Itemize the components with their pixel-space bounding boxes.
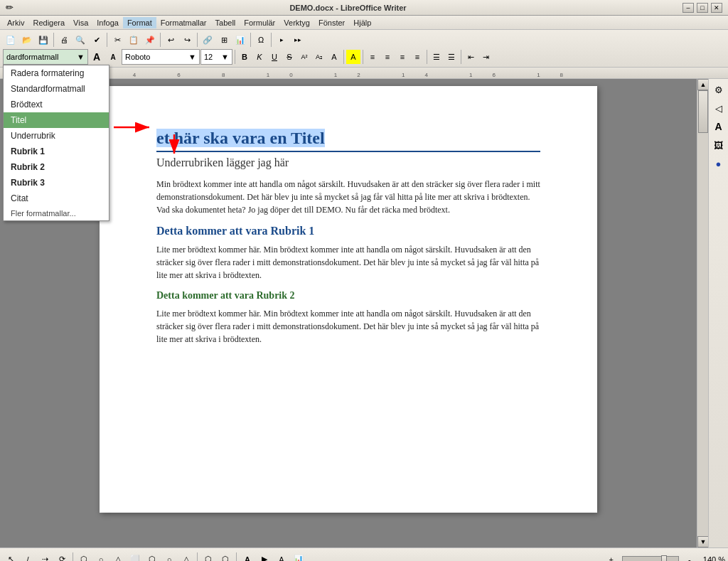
size-dropdown[interactable]: 12 ▼ xyxy=(200,49,232,65)
superscript-button[interactable]: A² xyxy=(297,50,311,64)
more2[interactable]: ▸▸ xyxy=(290,32,306,48)
align-left-button[interactable]: ≡ xyxy=(365,50,380,64)
zoom-slider[interactable] xyxy=(622,556,679,562)
shape-tool2[interactable]: ⬡ xyxy=(200,552,216,562)
style-dropdown[interactable]: dardformatmall ▼ xyxy=(3,49,88,65)
style-rubrik3[interactable]: Rubrik 3 xyxy=(4,175,109,191)
new-button[interactable]: 📄 xyxy=(3,32,18,48)
zoom-out-button[interactable]: - xyxy=(682,552,697,562)
arrow-tool[interactable]: ⇢ xyxy=(37,552,53,562)
open-button[interactable]: 📂 xyxy=(19,32,35,48)
pentagon-tool[interactable]: ⬡ xyxy=(76,552,92,562)
cut-button[interactable]: ✂ xyxy=(109,32,125,48)
style-citat[interactable]: Citat xyxy=(4,191,109,206)
menu-tabell[interactable]: Tabell xyxy=(211,17,240,28)
btb-sep1 xyxy=(73,552,73,562)
bullets-button[interactable]: ☰ xyxy=(429,50,444,64)
redo-button[interactable]: ↪ xyxy=(179,32,195,48)
tri-tool2[interactable]: △ xyxy=(178,552,194,562)
style-rubrik2[interactable]: Rubrik 2 xyxy=(4,159,109,175)
menu-fonster[interactable]: Fönster xyxy=(314,17,349,28)
undo-button[interactable]: ↩ xyxy=(163,32,178,48)
menu-infoga[interactable]: Infoga xyxy=(92,17,123,28)
align-justify-button[interactable]: ≡ xyxy=(410,50,424,64)
highlight-button[interactable]: A xyxy=(346,50,360,64)
sidebar-icon-text[interactable]: A xyxy=(711,119,727,134)
zoom-in-button[interactable]: + xyxy=(604,552,619,562)
document-page: et här ska vara en Titel Underrubriken l… xyxy=(100,86,597,513)
spellcheck-button[interactable]: ✔ xyxy=(89,32,105,48)
rotate-tool[interactable]: ⟳ xyxy=(54,552,70,562)
style-rubrik1[interactable]: Rubrik 1 xyxy=(4,144,109,159)
underline-button[interactable]: U xyxy=(267,50,282,64)
circle-tool[interactable]: ○ xyxy=(93,552,109,562)
indent-less-button[interactable]: ⇤ xyxy=(464,50,478,64)
sidebar-icon-circle[interactable]: ● xyxy=(711,156,727,171)
italic-button[interactable]: K xyxy=(252,50,267,64)
maximize-button[interactable]: □ xyxy=(697,3,708,13)
font-size-down[interactable]: A xyxy=(105,49,121,65)
font-dropdown[interactable]: Roboto ▼ xyxy=(122,49,200,65)
close-button[interactable]: ✕ xyxy=(711,3,722,13)
oval-tool[interactable]: ○ xyxy=(161,552,177,562)
shape-tool3[interactable]: ⬡ xyxy=(218,552,233,562)
align-right-button[interactable]: ≡ xyxy=(395,50,410,64)
font-size-up[interactable]: A xyxy=(89,49,105,65)
table-button[interactable]: ⊞ xyxy=(216,32,232,48)
preview-button[interactable]: 🔍 xyxy=(73,32,88,48)
select-tool[interactable]: ↖ xyxy=(3,552,18,562)
sidebar-icon-image[interactable]: 🖼 xyxy=(711,137,727,153)
align-center-button[interactable]: ≡ xyxy=(380,50,395,64)
sidebar-icon-gear[interactable]: ⚙ xyxy=(711,82,727,97)
menu-verktyg[interactable]: Verktyg xyxy=(279,17,314,28)
hex-tool[interactable]: ⬡ xyxy=(144,552,160,562)
menu-redigera[interactable]: Redigera xyxy=(28,17,69,28)
textbox-button[interactable]: A xyxy=(274,552,289,562)
chart-draw-button[interactable]: 📊 xyxy=(291,552,306,562)
bold-button[interactable]: B xyxy=(237,50,252,64)
scroll-thumb[interactable] xyxy=(698,90,708,133)
line-tool[interactable]: / xyxy=(20,552,36,562)
insert-special[interactable]: Ω xyxy=(253,32,269,48)
scroll-track[interactable] xyxy=(697,90,708,536)
play-button[interactable]: ▶ xyxy=(257,552,272,562)
style-brodtext[interactable]: Brödtext xyxy=(4,97,109,112)
sidebar-icon-pin[interactable]: ◁ xyxy=(711,100,727,116)
doc-body1: Min brödtext kommer inte att handla om n… xyxy=(156,178,540,216)
indent-more-button[interactable]: ⇥ xyxy=(478,50,493,64)
copy-button[interactable]: 📋 xyxy=(126,32,141,48)
scroll-down-button[interactable]: ▼ xyxy=(697,536,709,547)
doc-h2: Detta kommer att vara Rubrik 2 xyxy=(156,290,540,301)
style-dropdown-label: dardformatmall xyxy=(6,53,58,61)
menu-format[interactable]: Format xyxy=(123,17,156,28)
chart-button[interactable]: 📊 xyxy=(232,32,248,48)
save-button[interactable]: 💾 xyxy=(36,32,51,48)
numbering-button[interactable]: ☰ xyxy=(444,50,459,64)
text-draw-button[interactable]: A xyxy=(240,552,255,562)
minimize-button[interactable]: – xyxy=(682,3,694,13)
style-titel[interactable]: Titel xyxy=(4,112,109,128)
menu-arkiv[interactable]: Arkiv xyxy=(3,17,28,28)
menu-formular[interactable]: Formulär xyxy=(240,17,279,28)
menu-hjalp[interactable]: Hjälp xyxy=(349,17,375,28)
toolbar-row2: dardformatmall ▼ Radera formatering Stan… xyxy=(3,48,725,65)
more1[interactable]: ▸ xyxy=(274,32,289,48)
menu-visa[interactable]: Visa xyxy=(69,17,92,28)
font-name-label: Roboto xyxy=(125,53,150,61)
style-underrubrik[interactable]: Underrubrik xyxy=(4,128,109,144)
style-radera[interactable]: Radera formatering xyxy=(4,65,109,81)
fontcolor-button[interactable]: A xyxy=(327,50,341,64)
scroll-up-button[interactable]: ▲ xyxy=(697,79,709,90)
hyperlink-button[interactable]: 🔗 xyxy=(200,32,215,48)
menu-formatmallar[interactable]: Formatmallar xyxy=(156,17,211,28)
subscript-button[interactable]: A₂ xyxy=(312,50,326,64)
print-button[interactable]: 🖨 xyxy=(56,32,72,48)
strikethrough-button[interactable]: S xyxy=(282,50,296,64)
rect-tool[interactable]: ⬜ xyxy=(127,552,143,562)
triangle-tool[interactable]: △ xyxy=(110,552,126,562)
style-standard[interactable]: Standardformatmall xyxy=(4,81,109,97)
paste-button[interactable]: 📌 xyxy=(142,32,158,48)
style-fler[interactable]: Fler formatmallar... xyxy=(4,206,109,220)
doc-subtitle: Underrubriken lägger jag här xyxy=(156,156,540,169)
doc-title: et här ska vara en Titel xyxy=(156,129,540,152)
